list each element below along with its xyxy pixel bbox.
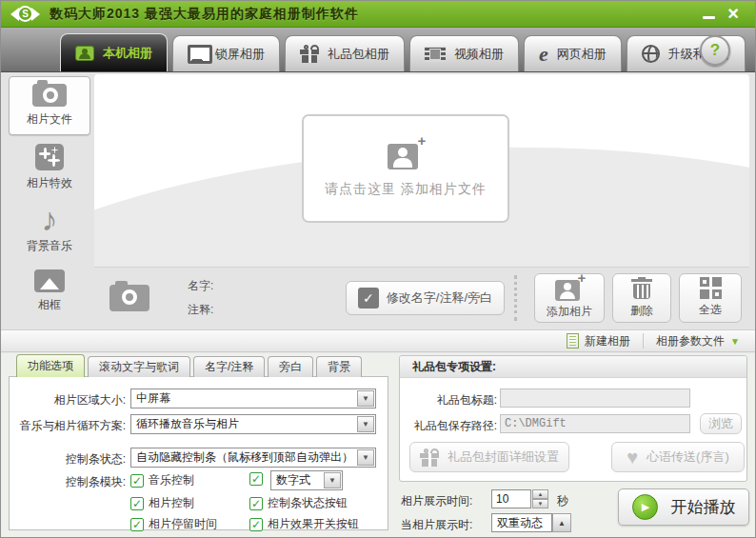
- sidebar-item-photo-effects[interactable]: 相片特效: [9, 138, 90, 197]
- edit-name-note-button[interactable]: ✓ 修改名字/注释/旁白: [346, 281, 505, 315]
- sidebar-item-label: 相片特效: [27, 175, 72, 191]
- gift-path-input[interactable]: [500, 414, 690, 433]
- checkbox-checked-icon[interactable]: ✓: [249, 497, 263, 510]
- tab-web-album[interactable]: e 网页相册: [524, 35, 622, 71]
- help-button[interactable]: ?: [700, 35, 730, 66]
- tab-label: 本机相册: [103, 45, 152, 62]
- select-all-button[interactable]: 全选: [679, 273, 742, 323]
- main-area: 相片文件 相片特效 ♪ 背景音乐 相框 + 请点击这里 添加相片文: [1, 72, 755, 329]
- ptab-label: 名字/注释: [205, 359, 253, 375]
- tab-local-album[interactable]: 本机相册: [60, 33, 168, 71]
- photo-name-label: 名字:: [188, 278, 330, 294]
- display-mode-up-button[interactable]: ▲: [552, 513, 571, 532]
- sidebar-item-photo-files[interactable]: 相片文件: [9, 76, 90, 135]
- sidebar-item-label: 相片文件: [27, 111, 72, 128]
- chevron-down-icon[interactable]: ▼: [357, 416, 374, 432]
- loop-plan-value: 循环播放音乐与相片: [131, 416, 356, 432]
- area-size-label: 相片区域大小:: [11, 392, 126, 408]
- checkbox-digital-style[interactable]: ✓: [249, 472, 263, 486]
- music-note-icon: ♪: [42, 205, 58, 233]
- tab-giftpack-album[interactable]: 礼品包相册: [285, 35, 405, 71]
- add-photo-button[interactable]: + 添加相片: [534, 273, 605, 323]
- add-photo-icon: +: [555, 276, 584, 301]
- checkbox-checked-icon[interactable]: ✓: [130, 474, 144, 488]
- ptab-label: 背景: [328, 359, 350, 375]
- edit-button-label: 修改名字/注释/旁白: [387, 289, 492, 307]
- app-logo-icon: S: [10, 6, 40, 22]
- chevron-down-icon: ▼: [730, 336, 740, 347]
- checkbox-label: 相片停留时间: [149, 516, 217, 532]
- tab-lockscreen-album[interactable]: 锁屏相册: [172, 35, 280, 71]
- sidebar-item-label: 相框: [38, 297, 61, 313]
- tab-function-options[interactable]: 功能选项: [16, 354, 85, 377]
- checkbox-checked-icon[interactable]: ✓: [249, 472, 263, 486]
- add-photos-dropzone[interactable]: + 请点击这里 添加相片文件: [302, 114, 509, 223]
- gift-title-input[interactable]: [500, 389, 690, 408]
- arrow-up-icon[interactable]: ▲: [532, 489, 548, 499]
- checkbox-controlbar-state-button[interactable]: ✓ 控制条状态按钮: [249, 495, 348, 511]
- album-toolbar: 新建相册 相册参数文件 ▼: [1, 329, 755, 352]
- new-album-button[interactable]: 新建相册: [567, 333, 630, 349]
- checkbox-photo-stay-time[interactable]: ✓ 相片停留时间: [130, 516, 217, 532]
- photo-icon: [75, 46, 94, 61]
- frame-icon: [34, 269, 65, 292]
- chevron-down-icon[interactable]: ▼: [357, 449, 374, 466]
- display-time-stepper[interactable]: ▲ ▼: [532, 489, 548, 508]
- arrow-down-icon[interactable]: ▼: [532, 499, 548, 508]
- tab-scrolling-text-lyrics[interactable]: 滚动文字与歌词: [88, 356, 190, 377]
- select-all-label: 全选: [699, 302, 722, 318]
- display-mode-select[interactable]: 双重动态: [491, 513, 552, 532]
- start-play-label: 开始播放: [671, 496, 736, 518]
- close-button[interactable]: ×: [721, 4, 746, 25]
- display-mode-label: 当相片展示时:: [401, 517, 472, 533]
- camera-icon: [109, 285, 149, 311]
- tab-background[interactable]: 背景: [316, 356, 362, 377]
- photo-list-area: + 请点击这里 添加相片文件: [94, 74, 749, 267]
- tab-name-note[interactable]: 名字/注释: [193, 356, 265, 377]
- play-icon: ▶: [632, 494, 658, 520]
- main-tabstrip: 本机相册 锁屏相册 礼品包相册 视频相册 e 网页相册 升级和注册: [1, 28, 755, 72]
- tab-video-album[interactable]: 视频相册: [409, 35, 519, 71]
- arrow-up-icon: ▲: [558, 519, 566, 528]
- checkbox-music-control[interactable]: ✓ 音乐控制: [130, 472, 194, 488]
- album-params-dropdown[interactable]: 相册参数文件 ▼: [656, 333, 740, 349]
- album-params-label: 相册参数文件: [656, 333, 725, 349]
- ptab-label: 旁白: [279, 359, 302, 375]
- options-panel-body: 相片区域大小: 中屏幕 ▼ 音乐与相片循环方案: 循环播放音乐与相片 ▼ 控制条…: [9, 376, 388, 530]
- minimize-icon: [703, 16, 715, 19]
- loop-plan-select[interactable]: 循环播放音乐与相片 ▼: [130, 414, 376, 434]
- digital-style-value: 数字式: [271, 472, 323, 488]
- checkbox-photo-control[interactable]: ✓ 相片控制: [130, 495, 194, 511]
- checkbox-checked-icon[interactable]: ✓: [130, 497, 144, 510]
- digital-style-select[interactable]: 数字式 ▼: [270, 470, 343, 490]
- browse-label: 浏览: [708, 415, 733, 432]
- gift-title-label: 礼品包标题:: [402, 392, 497, 408]
- preface-label: 心语传送(序言): [647, 448, 729, 466]
- minimize-button[interactable]: [696, 5, 721, 24]
- tab-narration[interactable]: 旁白: [268, 356, 313, 377]
- document-icon: [567, 333, 579, 349]
- checkbox-checked-icon[interactable]: ✓: [130, 518, 144, 531]
- photo-info-row: 名字: 注释: ✓ 修改名字/注释/旁白 + 添加相片 删除 全选: [94, 267, 749, 328]
- chevron-down-icon[interactable]: ▼: [324, 472, 341, 488]
- browse-button[interactable]: 浏览: [700, 413, 742, 434]
- gift-settings-header: 礼品包专项设置:: [400, 356, 746, 378]
- add-photo-icon: +: [388, 139, 424, 169]
- checkbox-photo-effect-switch[interactable]: ✓ 相片效果开关按钮: [249, 516, 359, 532]
- sidebar-item-photo-frame[interactable]: 相框: [9, 262, 90, 321]
- checkbox-checked-icon[interactable]: ✓: [249, 518, 263, 531]
- sidebar-item-background-music[interactable]: ♪ 背景音乐: [9, 200, 90, 259]
- start-play-button[interactable]: ▶ 开始播放: [618, 488, 749, 526]
- display-time-input[interactable]: [491, 489, 531, 508]
- tab-label: 网页相册: [557, 46, 607, 63]
- preface-button[interactable]: ♥ 心语传送(序言): [611, 442, 745, 472]
- gift-cover-settings-button[interactable]: 礼品包封面详细设置: [409, 442, 569, 472]
- control-bar-state-label: 控制条状态:: [11, 451, 126, 468]
- gift-settings-box: 礼品包专项设置: 礼品包标题: 礼品包保存路径: 浏览 礼品包封面详细设置 ♥ …: [399, 355, 747, 482]
- options-panel: 功能选项 滚动文字与歌词 名字/注释 旁白 背景 相片区域大小: 中屏幕 ▼ 音…: [9, 354, 388, 530]
- control-bar-state-select[interactable]: 自动隐藏控制条（鼠标移到顶部自动弹出） ▼: [130, 448, 376, 468]
- delete-label: 删除: [630, 303, 653, 319]
- chevron-down-icon[interactable]: ▼: [357, 390, 374, 407]
- area-size-select[interactable]: 中屏幕 ▼: [130, 389, 376, 408]
- delete-button[interactable]: 删除: [612, 273, 671, 323]
